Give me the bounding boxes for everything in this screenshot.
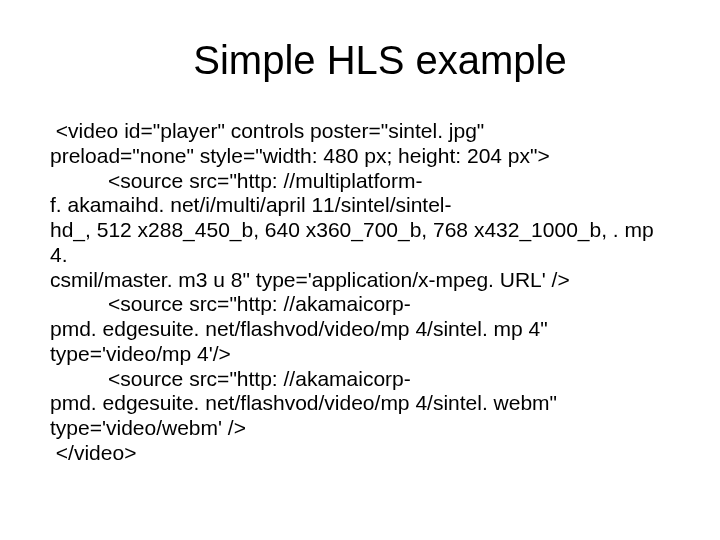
code-line: <source src="http: //akamaicorp- [50,292,670,317]
code-line: <source src="http: //akamaicorp- [50,367,670,392]
code-line: type='video/webm' /> [50,416,670,441]
code-line: pmd. edgesuite. net/flashvod/video/mp 4/… [50,391,670,416]
slide-title: Simple HLS example [50,38,670,83]
code-line: <video id="player" controls poster="sint… [50,119,670,144]
slide-container: Simple HLS example <video id="player" co… [0,0,720,540]
code-line: hd_, 512 x288_450_b, 640 x360_700_b, 768… [50,218,670,268]
code-line: </video> [50,441,670,466]
code-line: preload="none" style="width: 480 px; hei… [50,144,670,169]
code-block: <video id="player" controls poster="sint… [50,119,670,466]
code-line: <source src="http: //multiplatform- [50,169,670,194]
code-line: f. akamaihd. net/i/multi/april 11/sintel… [50,193,670,218]
code-line: type='video/mp 4'/> [50,342,670,367]
code-line: pmd. edgesuite. net/flashvod/video/mp 4/… [50,317,670,342]
code-line: csmil/master. m3 u 8" type='application/… [50,268,670,293]
